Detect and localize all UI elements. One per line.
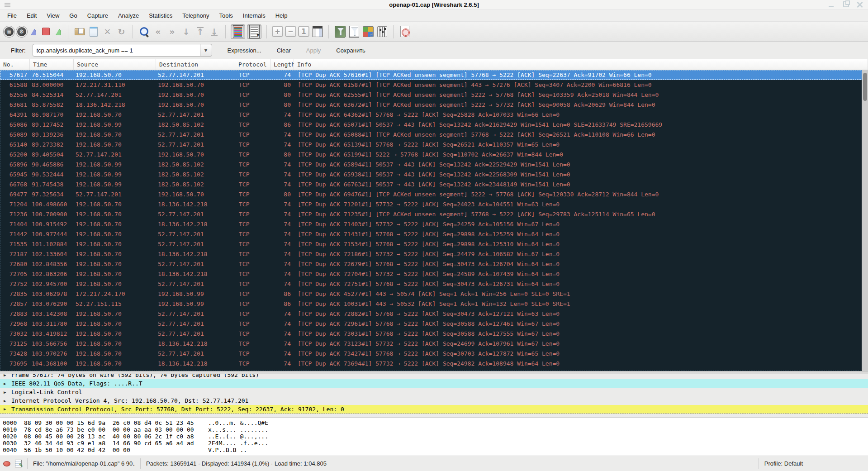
packet-row[interactable]: 72752102.945700192.168.50.7052.77.147.20…	[0, 279, 868, 289]
packet-row[interactable]: 6508689.127452192.168.50.99182.50.85.102…	[0, 120, 868, 130]
filter-dropdown-icon[interactable]: ▼	[200, 44, 212, 57]
packet-row[interactable]: 6589690.465886192.168.50.99182.50.85.102…	[0, 160, 868, 170]
zoom-out-icon[interactable]: −	[285, 26, 296, 37]
column-header-time[interactable]: Time	[30, 59, 74, 70]
packet-row[interactable]: 73032103.419812192.168.50.7052.77.147.20…	[0, 329, 868, 339]
detail-row[interactable]: ▶IEEE 802.11 QoS Data, Flags: ....R..T	[0, 379, 868, 388]
packet-row[interactable]: 72680102.848356192.168.50.7052.77.147.20…	[0, 259, 868, 269]
zoom-100-icon[interactable]: 1	[298, 26, 309, 37]
open-file-icon[interactable]	[73, 25, 85, 38]
packet-row[interactable]: 73125103.566756192.168.50.7018.136.142.2…	[0, 339, 868, 349]
menu-help[interactable]: Help	[270, 10, 293, 22]
hex-line[interactable]: 0000 88 09 30 00 00 15 6d 9a 26 c0 08 d4…	[3, 419, 868, 426]
packet-row[interactable]: 6594590.532444192.168.50.99182.50.85.102…	[0, 170, 868, 180]
menu-capture[interactable]: Capture	[82, 10, 113, 22]
maximize-icon[interactable]	[842, 1, 849, 8]
apply-button[interactable]: Apply	[306, 47, 321, 54]
colorize-toggle[interactable]	[231, 24, 245, 39]
capture-stop-icon[interactable]	[40, 25, 52, 38]
capture-options-icon[interactable]: ⚙	[16, 26, 27, 37]
minimize-icon[interactable]	[828, 1, 835, 8]
expander-icon[interactable]: ▶	[4, 381, 8, 386]
capture-filter-icon[interactable]	[334, 25, 346, 38]
packet-row[interactable]: 6676891.745438192.168.50.99182.50.85.102…	[0, 180, 868, 190]
packet-row[interactable]: 72705102.863206192.168.50.7018.136.142.2…	[0, 269, 868, 279]
preferences-icon[interactable]	[376, 25, 388, 38]
hex-line[interactable]: 0030 32 46 34 4d 93 c9 e1 a8 14 66 90 cd…	[3, 440, 868, 447]
pane-splitter[interactable]	[0, 371, 868, 374]
status-profile[interactable]: Profile: Default	[764, 460, 863, 467]
packet-row[interactable]: 6158883.000000172.217.31.110192.168.50.7…	[0, 80, 868, 90]
menu-file[interactable]: File	[2, 10, 22, 22]
menu-edit[interactable]: Edit	[22, 10, 42, 22]
back-icon[interactable]: «	[152, 25, 164, 38]
menu-go[interactable]: Go	[64, 10, 82, 22]
packet-row[interactable]: 72883103.142308192.168.50.7052.77.147.20…	[0, 309, 868, 319]
column-header-no[interactable]: No.	[0, 59, 30, 70]
capture-comment-icon[interactable]	[15, 460, 22, 467]
goto-packet-icon[interactable]: ↓	[180, 25, 192, 38]
resize-columns-icon[interactable]	[311, 25, 323, 38]
menu-internals[interactable]: Internals	[238, 10, 270, 22]
packet-row[interactable]: 6508989.139236192.168.50.7052.77.147.201…	[0, 130, 868, 140]
help-icon[interactable]	[398, 25, 411, 38]
packet-row[interactable]: 72857103.07629052.27.151.115192.168.50.9…	[0, 299, 868, 309]
reload-icon[interactable]: ↻	[115, 25, 128, 38]
packet-row[interactable]: 72968103.311780192.168.50.7052.77.147.20…	[0, 319, 868, 329]
packet-row[interactable]: 6520089.40550452.77.147.201192.168.50.70…	[0, 150, 868, 160]
coloring-rules-icon[interactable]	[362, 25, 374, 38]
close-icon[interactable]	[857, 1, 863, 8]
expander-icon[interactable]: ▶	[4, 407, 8, 411]
packet-row[interactable]: 71404100.915492192.168.50.7018.136.142.2…	[0, 219, 868, 229]
expander-icon[interactable]: ▶	[4, 374, 8, 377]
column-header-info[interactable]: Info	[294, 59, 868, 70]
packet-row[interactable]: 6947797.32563452.77.147.201192.168.50.70…	[0, 190, 868, 200]
packet-row[interactable]: 71204100.498660192.168.50.7018.136.142.2…	[0, 200, 868, 209]
packet-list-scrollbar[interactable]	[862, 70, 868, 371]
packet-row[interactable]: 71236100.700900192.168.50.7052.77.147.20…	[0, 209, 868, 219]
expander-icon[interactable]: ▶	[4, 390, 8, 395]
detail-row[interactable]: ▶Internet Protocol Version 4, Src: 192.1…	[0, 396, 868, 405]
interfaces-icon[interactable]: ≣	[4, 26, 14, 37]
close-file-icon[interactable]: ✕	[101, 25, 114, 38]
column-header-protocol[interactable]: Protocol	[235, 59, 270, 70]
goto-bottom-icon[interactable]: ↓	[208, 25, 220, 38]
display-filter-icon[interactable]	[348, 25, 360, 38]
expert-info-icon[interactable]	[3, 461, 10, 466]
column-header-length[interactable]: Length	[270, 59, 294, 70]
packet-row[interactable]: 5761776.515044192.168.50.7052.77.147.201…	[0, 70, 868, 80]
packet-row[interactable]: 6255684.52531452.77.147.201192.168.50.70…	[0, 90, 868, 100]
menu-tools[interactable]: Tools	[214, 10, 237, 22]
menu-telephony[interactable]: Telephony	[177, 10, 214, 22]
filter-input[interactable]	[33, 44, 200, 57]
capture-start-icon[interactable]	[29, 27, 38, 37]
scrollbar-thumb[interactable]	[863, 73, 867, 101]
hex-line[interactable]: 0020 08 00 45 00 00 28 13 ac 40 00 80 06…	[3, 433, 868, 440]
menu-view[interactable]: View	[42, 10, 64, 22]
menu-statistics[interactable]: Statistics	[144, 10, 177, 22]
packet-row[interactable]: 72187102.133604192.168.50.7018.136.142.2…	[0, 249, 868, 259]
packet-row[interactable]: 6368185.87558218.136.142.218192.168.50.7…	[0, 100, 868, 110]
clear-button[interactable]: Clear	[277, 47, 291, 54]
app-menu-icon[interactable]	[5, 3, 10, 7]
hex-line[interactable]: 0040 56 1b 50 10 00 42 0d 42 00 00 V.P..…	[3, 447, 868, 453]
packet-row[interactable]: 73695104.368100192.168.50.7018.136.142.2…	[0, 359, 868, 369]
zoom-in-icon[interactable]: +	[272, 26, 283, 37]
find-icon[interactable]	[138, 25, 150, 38]
save-filter-button[interactable]: Сохранить	[336, 47, 365, 54]
packet-row[interactable]: 72835103.062978172.217.24.170192.168.50.…	[0, 289, 868, 299]
expander-icon[interactable]: ▶	[4, 399, 8, 403]
detail-row[interactable]: ▶Frame 57617: 74 bytes on wire (592 bits…	[0, 374, 868, 379]
packet-row[interactable]: 71442100.977444192.168.50.7052.77.147.20…	[0, 229, 868, 239]
menu-analyze[interactable]: Analyze	[113, 10, 144, 22]
autoscroll-toggle[interactable]	[247, 24, 261, 39]
packet-row[interactable]: 6514089.273382192.168.50.7052.77.147.201…	[0, 140, 868, 150]
column-header-destination[interactable]: Destination	[156, 59, 235, 70]
detail-row[interactable]: ▶Logical-Link Control	[0, 388, 868, 396]
packet-row[interactable]: 6439186.987170192.168.50.7052.77.147.201…	[0, 110, 868, 120]
forward-icon[interactable]: »	[166, 25, 178, 38]
goto-top-icon[interactable]: ↑	[194, 25, 206, 38]
packet-row[interactable]: 71535101.102884192.168.50.7052.77.147.20…	[0, 239, 868, 249]
packet-row[interactable]: 73428103.970276192.168.50.7052.77.147.20…	[0, 349, 868, 359]
capture-restart-icon[interactable]	[54, 27, 63, 37]
